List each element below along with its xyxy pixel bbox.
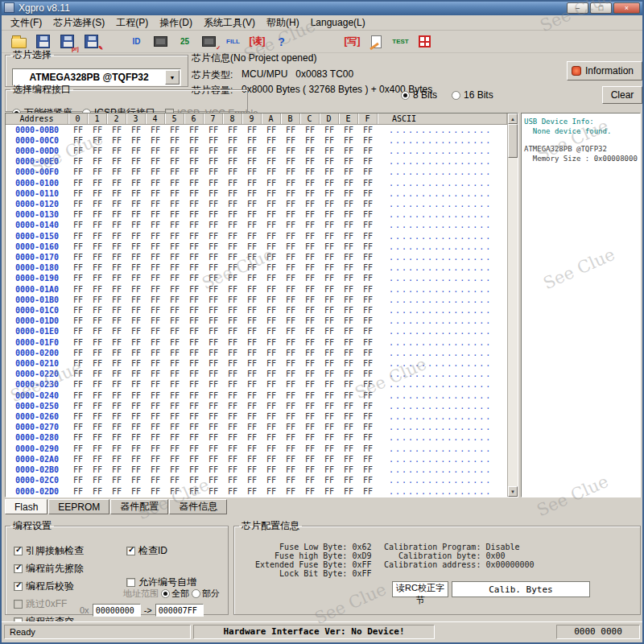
- hex-byte[interactable]: FF: [242, 147, 262, 155]
- range-start-input[interactable]: [93, 604, 141, 617]
- hex-byte[interactable]: FF: [68, 423, 88, 431]
- hex-byte[interactable]: FF: [358, 200, 378, 208]
- hex-byte[interactable]: FF: [242, 466, 262, 474]
- hex-byte[interactable]: FF: [358, 286, 378, 294]
- hex-byte[interactable]: FF: [126, 254, 146, 262]
- hex-byte[interactable]: FF: [107, 349, 126, 357]
- hex-byte[interactable]: FF: [223, 339, 242, 347]
- toolbar-help-icon[interactable]: ?: [270, 31, 292, 52]
- hex-byte[interactable]: FF: [339, 317, 358, 325]
- hex-byte[interactable]: FF: [339, 307, 358, 315]
- hex-byte[interactable]: FF: [242, 190, 262, 198]
- hex-byte[interactable]: FF: [165, 370, 184, 378]
- hex-byte[interactable]: FF: [184, 147, 204, 155]
- hex-byte[interactable]: FF: [281, 328, 300, 336]
- hex-byte[interactable]: FF: [165, 158, 184, 166]
- hex-byte[interactable]: FF: [204, 402, 223, 411]
- hex-byte[interactable]: FF: [165, 296, 184, 304]
- hex-byte[interactable]: FF: [262, 190, 281, 198]
- hex-byte[interactable]: FF: [204, 456, 223, 464]
- hex-byte[interactable]: FF: [262, 307, 281, 315]
- hex-byte[interactable]: FF: [146, 339, 165, 347]
- hex-byte[interactable]: FF: [184, 190, 204, 198]
- hex-byte[interactable]: FF: [339, 488, 358, 496]
- hex-byte[interactable]: FF: [68, 402, 88, 411]
- hex-byte[interactable]: FF: [146, 328, 165, 336]
- scroll-down-icon[interactable]: ▼: [508, 486, 518, 497]
- hex-byte[interactable]: FF: [204, 158, 223, 166]
- hex-byte[interactable]: FF: [204, 328, 223, 336]
- hex-byte[interactable]: FF: [68, 339, 88, 347]
- hex-byte[interactable]: FF: [88, 392, 107, 400]
- hex-byte[interactable]: FF: [242, 168, 262, 176]
- hex-byte[interactable]: FF: [204, 254, 223, 262]
- hex-byte[interactable]: FF: [107, 370, 126, 378]
- hex-byte[interactable]: FF: [320, 317, 339, 325]
- hex-byte[interactable]: FF: [262, 168, 281, 176]
- hex-byte[interactable]: FF: [223, 233, 242, 241]
- hex-byte[interactable]: FF: [146, 360, 165, 368]
- hex-byte[interactable]: FF: [88, 328, 107, 336]
- hex-byte[interactable]: FF: [204, 317, 223, 325]
- hex-byte[interactable]: FF: [300, 233, 320, 241]
- hex-byte[interactable]: FF: [107, 317, 126, 325]
- hex-byte[interactable]: FF: [204, 349, 223, 357]
- read-rc-button[interactable]: 读RC校正字节: [392, 581, 448, 597]
- hex-byte[interactable]: FF: [358, 168, 378, 176]
- hex-byte[interactable]: FF: [204, 243, 223, 251]
- toolbar-print-icon[interactable]: [414, 31, 436, 52]
- hex-byte[interactable]: FF: [300, 328, 320, 336]
- hex-byte[interactable]: FF: [204, 392, 223, 400]
- hex-ascii[interactable]: ................: [378, 339, 507, 347]
- hex-byte[interactable]: FF: [184, 126, 204, 134]
- hex-byte[interactable]: FF: [300, 190, 320, 198]
- hex-byte[interactable]: FF: [88, 349, 107, 357]
- hex-byte[interactable]: FF: [262, 200, 281, 208]
- hex-byte[interactable]: FF: [68, 360, 88, 368]
- hex-byte[interactable]: FF: [358, 180, 378, 188]
- toolbar-fill-block-icon[interactable]: FILL: [222, 31, 244, 52]
- hex-byte[interactable]: FF: [146, 370, 165, 378]
- hex-byte[interactable]: FF: [107, 221, 126, 229]
- hex-byte[interactable]: FF: [320, 349, 339, 357]
- hex-byte[interactable]: FF: [339, 180, 358, 188]
- hex-byte[interactable]: FF: [358, 296, 378, 304]
- hex-byte[interactable]: FF: [126, 158, 146, 166]
- hex-byte[interactable]: FF: [165, 243, 184, 251]
- hex-byte[interactable]: FF: [339, 233, 358, 241]
- hex-byte[interactable]: FF: [262, 392, 281, 400]
- hex-byte[interactable]: FF: [107, 200, 126, 208]
- hex-byte[interactable]: FF: [146, 168, 165, 176]
- hex-ascii[interactable]: ................: [378, 488, 507, 496]
- hex-byte[interactable]: FF: [300, 402, 320, 411]
- hex-byte[interactable]: FF: [223, 381, 242, 389]
- hex-byte[interactable]: FF: [320, 158, 339, 166]
- hex-byte[interactable]: FF: [165, 286, 184, 294]
- hex-byte[interactable]: FF: [300, 413, 320, 421]
- hex-byte[interactable]: FF: [262, 180, 281, 188]
- hex-byte[interactable]: FF: [339, 434, 358, 442]
- hex-byte[interactable]: FF: [204, 307, 223, 315]
- hex-byte[interactable]: FF: [126, 370, 146, 378]
- hex-byte[interactable]: FF: [165, 147, 184, 155]
- hex-byte[interactable]: FF: [68, 307, 88, 315]
- hex-byte[interactable]: FF: [262, 402, 281, 411]
- hex-byte[interactable]: FF: [146, 126, 165, 134]
- hex-byte[interactable]: FF: [165, 264, 184, 272]
- hex-byte[interactable]: FF: [339, 243, 358, 251]
- hex-byte[interactable]: FF: [184, 349, 204, 357]
- hex-byte[interactable]: FF: [184, 317, 204, 325]
- hex-byte[interactable]: FF: [300, 211, 320, 219]
- hex-byte[interactable]: FF: [165, 137, 184, 145]
- hex-byte[interactable]: FF: [107, 264, 126, 272]
- hex-byte[interactable]: FF: [165, 413, 184, 421]
- hex-ascii[interactable]: ................: [378, 466, 507, 474]
- hex-byte[interactable]: FF: [358, 328, 378, 336]
- hex-byte[interactable]: FF: [242, 381, 262, 389]
- hex-byte[interactable]: FF: [358, 402, 378, 411]
- hex-byte[interactable]: FF: [262, 275, 281, 283]
- hex-byte[interactable]: FF: [281, 434, 300, 442]
- hex-byte[interactable]: FF: [262, 456, 281, 464]
- hex-byte[interactable]: FF: [223, 243, 242, 251]
- hex-byte[interactable]: FF: [204, 137, 223, 145]
